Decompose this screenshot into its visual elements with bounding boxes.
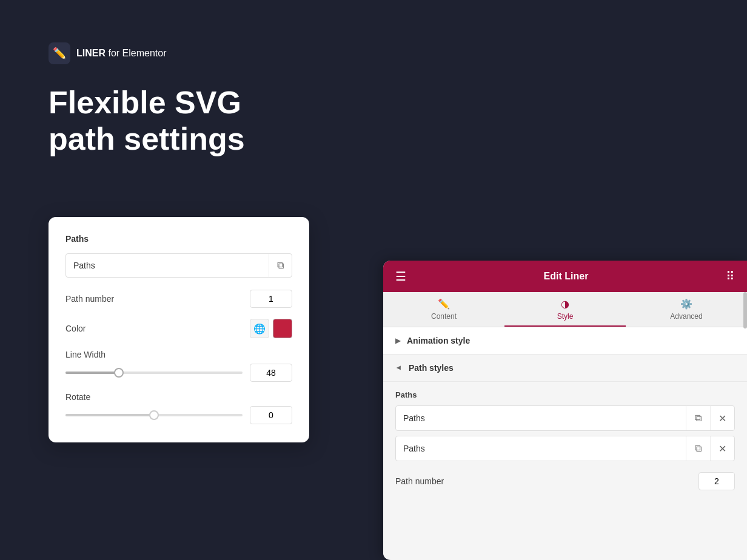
path-number-value-input[interactable] — [698, 472, 735, 490]
line-width-fill — [65, 372, 119, 374]
editor-panel: ☰ Edit Liner ⠿ ✏️ Content ◑ Style ⚙️ Adv… — [383, 261, 747, 560]
line-width-section: Line Width — [65, 349, 292, 382]
content-tab-label: Content — [431, 312, 457, 321]
paths-section-label: Paths — [395, 390, 735, 399]
tab-style[interactable]: ◑ Style — [504, 292, 626, 327]
path-styles-label: Path styles — [409, 363, 454, 373]
color-swatch[interactable] — [273, 319, 292, 338]
card-section-label: Paths — [65, 234, 292, 244]
advanced-tab-label: Advanced — [670, 312, 702, 321]
path-number-label-editor: Path number — [395, 476, 444, 486]
rotate-track — [65, 414, 243, 416]
editor-header: ☰ Edit Liner ⠿ — [383, 261, 747, 292]
path-styles-content: Paths ⧉ ✕ ⧉ ✕ Path number — [383, 382, 747, 501]
path-item-2-input[interactable] — [396, 438, 686, 459]
logo-text: LINER for Elementor — [76, 48, 166, 59]
path-styles-section[interactable]: ▼ Path styles — [383, 355, 747, 382]
line-width-input[interactable] — [250, 364, 292, 382]
rotate-slider-row — [65, 406, 292, 424]
style-tab-label: Style — [557, 312, 574, 321]
line-width-track — [65, 372, 243, 374]
hamburger-icon[interactable]: ☰ — [395, 269, 406, 284]
path-item-2: ⧉ ✕ — [395, 436, 735, 461]
path-number-input[interactable] — [250, 290, 292, 308]
grid-icon[interactable]: ⠿ — [726, 269, 735, 284]
editor-header-title: Edit Liner — [544, 271, 589, 282]
content-tab-icon: ✏️ — [438, 298, 450, 310]
color-label: Color — [65, 324, 85, 333]
logo-area: ✏️ LINER for Elementor — [49, 42, 166, 64]
main-heading: Flexible SVG path settings — [49, 85, 245, 158]
color-controls: 🌐 — [250, 319, 292, 338]
path-number-label: Path number — [65, 294, 114, 304]
path-item-1: ⧉ ✕ — [395, 405, 735, 431]
color-globe-button[interactable]: 🌐 — [250, 319, 269, 338]
scrollbar[interactable] — [743, 292, 747, 328]
line-width-slider-row — [65, 364, 292, 382]
animation-style-label: Animation style — [407, 336, 470, 345]
tab-advanced[interactable]: ⚙️ Advanced — [626, 292, 747, 327]
heading-line2: path settings — [49, 121, 245, 158]
path-item-1-input[interactable] — [396, 407, 686, 429]
line-width-label: Line Width — [65, 350, 106, 359]
paths-copy-button[interactable]: ⧉ — [269, 254, 292, 277]
path-item-2-copy[interactable]: ⧉ — [686, 436, 710, 461]
style-tab-icon: ◑ — [561, 298, 569, 310]
heading-line1: Flexible SVG — [49, 85, 245, 121]
editor-tabs: ✏️ Content ◑ Style ⚙️ Advanced — [383, 292, 747, 327]
editor-body: ▶ Animation style ▼ Path styles Paths ⧉ … — [383, 327, 747, 559]
animation-style-section[interactable]: ▶ Animation style — [383, 327, 747, 355]
rotate-input[interactable] — [250, 406, 292, 424]
animation-arrow: ▶ — [395, 336, 401, 345]
logo-icon: ✏️ — [49, 42, 70, 64]
path-item-1-delete[interactable]: ✕ — [710, 406, 734, 430]
rotate-thumb[interactable] — [149, 410, 159, 420]
color-row: Color 🌐 — [65, 319, 292, 338]
path-styles-arrow: ▼ — [395, 364, 403, 372]
line-width-thumb[interactable] — [114, 368, 124, 378]
tab-content[interactable]: ✏️ Content — [383, 292, 504, 327]
paths-input-field[interactable] — [66, 255, 269, 276]
rotate-fill — [65, 414, 154, 416]
path-item-2-delete[interactable]: ✕ — [710, 436, 734, 461]
rotate-label: Rotate — [65, 392, 90, 402]
rotate-section: Rotate — [65, 392, 292, 424]
advanced-tab-icon: ⚙️ — [680, 298, 692, 310]
path-number-row: Path number — [65, 290, 292, 308]
path-number-section: Path number — [395, 466, 735, 493]
path-item-1-copy[interactable]: ⧉ — [686, 406, 710, 430]
left-card: Paths ⧉ Path number Color 🌐 Line Width R… — [49, 217, 309, 442]
paths-input-row: ⧉ — [65, 253, 292, 278]
